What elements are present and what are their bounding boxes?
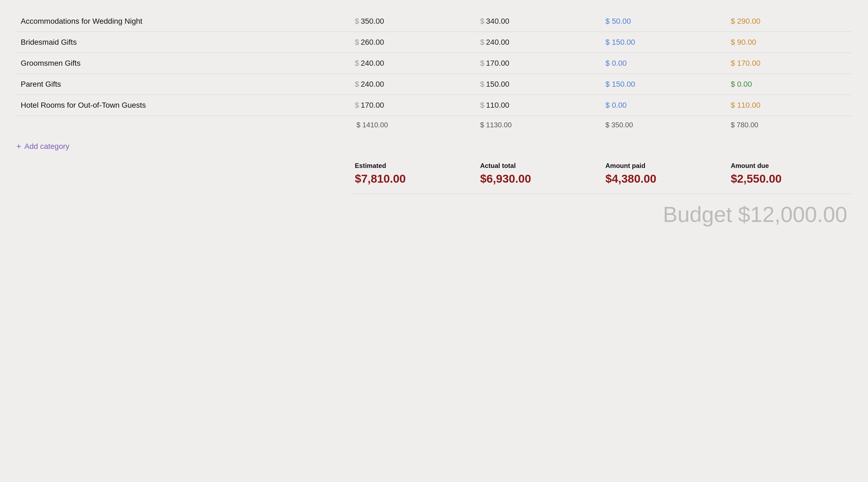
row-paid: $ 0.00: [601, 95, 726, 116]
totals-due-value: $ 780.00: [731, 121, 758, 129]
due-amount: $ 110.00: [731, 101, 760, 110]
row-paid: $ 150.00: [601, 32, 726, 53]
paid-amount: $ 0.00: [606, 59, 627, 68]
due-amount: $ 290.00: [731, 17, 760, 26]
row-actual: $ 150.00: [476, 74, 601, 95]
table-row: Bridesmaid Gifts $ 260.00 $ 240.00 $ 150…: [17, 32, 851, 53]
estimated-amount: 260.00: [361, 38, 384, 47]
totals-paid: $ 350.00: [601, 116, 726, 134]
table-row: Accommodations for Wedding Night $ 350.0…: [17, 11, 851, 32]
table-row: Groomsmen Gifts $ 240.00 $ 170.00 $ 0.00: [17, 53, 851, 74]
row-paid: $ 0.00: [601, 53, 726, 74]
row-estimated: $ 170.00: [350, 95, 476, 116]
totals-estimated-value: $ 1410.00: [356, 121, 388, 129]
add-category-label: Add category: [25, 142, 69, 151]
summary-divider: [350, 193, 851, 194]
due-value: $2,550.00: [726, 172, 851, 185]
estimated-value: $7,810.00: [350, 172, 476, 185]
dollar-sign: $: [355, 80, 359, 89]
actual-amount: 110.00: [486, 101, 509, 110]
row-name: Hotel Rooms for Out-of-Town Guests: [17, 95, 350, 116]
row-name: Groomsmen Gifts: [17, 53, 350, 74]
row-estimated: $ 350.00: [350, 11, 476, 32]
row-estimated: $ 240.00: [350, 53, 476, 74]
dollar-sign: $: [355, 38, 359, 47]
estimated-amount: 350.00: [361, 17, 384, 26]
actual-amount: 170.00: [486, 59, 509, 68]
row-actual: $ 170.00: [476, 53, 601, 74]
paid-value: $4,380.00: [601, 172, 726, 185]
row-name: Accommodations for Wedding Night: [17, 11, 350, 32]
due-amount: $ 170.00: [731, 59, 760, 68]
estimated-amount: 240.00: [361, 59, 384, 68]
row-due: $ 290.00: [726, 11, 851, 32]
actual-amount: 340.00: [486, 17, 509, 26]
due-label: Amount due: [726, 162, 851, 170]
row-actual: $ 240.00: [476, 32, 601, 53]
empty-col: [17, 162, 350, 170]
due-amount: $ 90.00: [731, 38, 756, 47]
empty-col-value: [17, 172, 350, 185]
row-actual: $ 110.00: [476, 95, 601, 116]
plus-icon: +: [17, 142, 21, 151]
row-estimated: $ 260.00: [350, 32, 476, 53]
due-amount: $ 0.00: [731, 80, 752, 89]
add-category-button[interactable]: + Add category: [17, 142, 851, 151]
summary-section: Estimated Actual total Amount paid Amoun…: [17, 162, 851, 227]
dollar-sign: $: [480, 101, 485, 110]
dollar-sign: $: [355, 59, 359, 68]
dollar-sign: $: [480, 17, 485, 26]
totals-due: $ 780.00: [726, 116, 851, 134]
actual-label: Actual total: [476, 162, 601, 170]
row-due: $ 110.00: [726, 95, 851, 116]
totals-row: $ 1410.00 $ 1130.00 $ 350.00 $ 780.00: [17, 116, 851, 134]
row-actual: $ 340.00: [476, 11, 601, 32]
estimated-label: Estimated: [350, 162, 476, 170]
paid-amount: $ 150.00: [606, 80, 635, 89]
paid-amount: $ 150.00: [606, 38, 635, 47]
dollar-sign: $: [480, 38, 485, 47]
row-paid: $ 50.00: [601, 11, 726, 32]
row-due: $ 0.00: [726, 74, 851, 95]
row-name: Parent Gifts: [17, 74, 350, 95]
table-row: Hotel Rooms for Out-of-Town Guests $ 170…: [17, 95, 851, 116]
summary-values: $7,810.00 $6,930.00 $4,380.00 $2,550.00: [17, 172, 851, 185]
totals-actual: $ 1130.00: [476, 116, 601, 134]
dollar-sign: $: [480, 59, 485, 68]
dollar-sign: $: [480, 80, 485, 89]
actual-amount: 240.00: [486, 38, 509, 47]
budget-total: Budget $12,000.00: [17, 202, 851, 227]
dollar-sign: $: [355, 17, 359, 26]
row-due: $ 170.00: [726, 53, 851, 74]
estimated-amount: 240.00: [361, 80, 384, 89]
totals-empty: [17, 116, 350, 134]
summary-headers: Estimated Actual total Amount paid Amoun…: [17, 162, 851, 170]
paid-label: Amount paid: [601, 162, 726, 170]
row-paid: $ 150.00: [601, 74, 726, 95]
paid-amount: $ 50.00: [606, 17, 631, 26]
budget-table: Accommodations for Wedding Night $ 350.0…: [17, 11, 851, 134]
actual-amount: 150.00: [486, 80, 509, 89]
dollar-sign: $: [355, 101, 359, 110]
actual-value: $6,930.00: [476, 172, 601, 185]
totals-paid-value: $ 350.00: [606, 121, 633, 129]
paid-amount: $ 0.00: [606, 101, 627, 110]
table-row: Parent Gifts $ 240.00 $ 150.00 $ 150.00: [17, 74, 851, 95]
totals-actual-value: $ 1130.00: [480, 121, 512, 129]
estimated-amount: 170.00: [361, 101, 384, 110]
row-name: Bridesmaid Gifts: [17, 32, 350, 53]
row-due: $ 90.00: [726, 32, 851, 53]
row-estimated: $ 240.00: [350, 74, 476, 95]
totals-estimated: $ 1410.00: [350, 116, 476, 134]
